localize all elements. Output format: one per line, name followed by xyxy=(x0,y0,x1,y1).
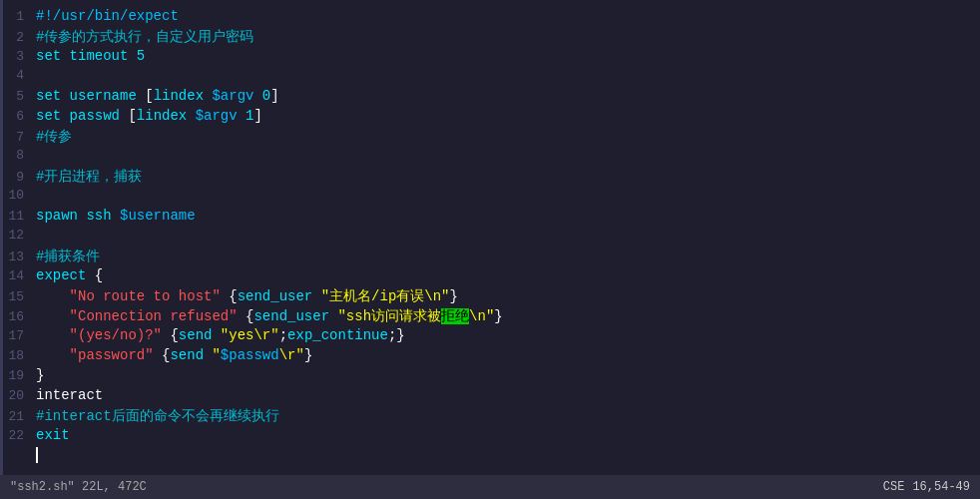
statusbar-right: CSE 16,54-49 xyxy=(883,480,970,494)
line-11: 11 spawn ssh $username xyxy=(0,208,980,228)
file-info: "ssh2.sh" 22L, 472C xyxy=(10,480,147,494)
line-16: 16 "Connection refused" {send_user "ssh访… xyxy=(0,307,980,327)
line-5: 5 set username [lindex $argv 0] xyxy=(0,88,980,108)
code-editor: 1 #!/usr/bin/expect 2 #传参的方式执行，自定义用户密码 3… xyxy=(0,0,980,499)
line-10: 10 xyxy=(0,188,980,208)
line-20: 20 interact xyxy=(0,387,980,407)
line-6: 6 set passwd [lindex $argv 1] xyxy=(0,108,980,128)
gutter-bar xyxy=(0,0,3,475)
line-15: 15 "No route to host" {send_user "主机名/ip… xyxy=(0,287,980,307)
cursor-line xyxy=(0,447,980,467)
line-4: 4 xyxy=(0,68,980,88)
line-2: 2 #传参的方式执行，自定义用户密码 xyxy=(0,28,980,48)
vim-mode: CSE xyxy=(883,480,905,494)
line-13: 13 #捕获条件 xyxy=(0,248,980,267)
line-9: 9 #开启进程，捕获 xyxy=(0,168,980,188)
cursor-pos: 16,54-49 xyxy=(912,480,970,494)
line-22: 22 exit xyxy=(0,427,980,447)
statusbar: "ssh2.sh" 22L, 472C CSE 16,54-49 xyxy=(0,475,980,499)
line-17: 17 "(yes/no)?" {send "yes\r";exp_continu… xyxy=(0,327,980,347)
line-3: 3 set timeout 5 xyxy=(0,48,980,68)
line-7: 7 #传参 xyxy=(0,128,980,148)
line-21: 21 #interact后面的命令不会再继续执行 xyxy=(0,407,980,427)
line-14: 14 expect { xyxy=(0,267,980,287)
line-19: 19 } xyxy=(0,367,980,387)
line-1: 1 #!/usr/bin/expect xyxy=(0,8,980,28)
statusbar-left: "ssh2.sh" 22L, 472C xyxy=(10,480,147,494)
line-18: 18 "password" {send "$passwd\r"} xyxy=(0,347,980,367)
text-cursor xyxy=(36,447,38,463)
line-12: 12 xyxy=(0,228,980,248)
line-8: 8 xyxy=(0,148,980,168)
